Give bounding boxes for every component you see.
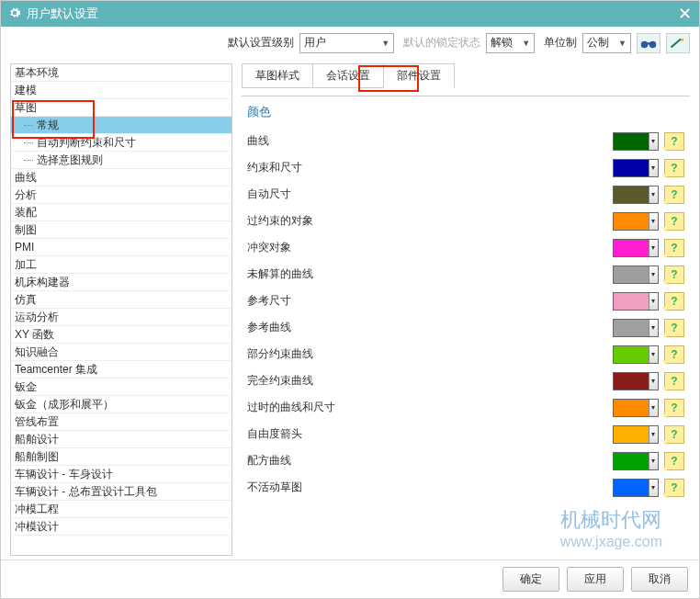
sidebar-item[interactable]: PMI [11,239,231,256]
wand-icon[interactable] [666,33,690,53]
color-label: 配方曲线 [247,453,613,469]
help-button[interactable]: ? [664,399,684,417]
sidebar-item[interactable]: 建模 [11,82,231,99]
chevron-down-icon: ▾ [649,453,658,469]
sidebar-item[interactable]: 钣金（成形和展平） [11,396,231,413]
help-button[interactable]: ? [664,132,684,151]
color-label: 自动尺寸 [247,186,613,202]
help-button[interactable]: ? [664,212,684,231]
sidebar-item[interactable]: 选择意图规则 [11,152,231,169]
color-picker[interactable]: ▾ [613,186,659,204]
help-button[interactable]: ? [664,479,684,497]
help-button[interactable]: ? [664,239,684,257]
apply-button[interactable]: 应用 [567,567,624,592]
color-label: 未解算的曲线 [247,266,613,282]
color-label: 部分约束曲线 [247,346,613,362]
color-picker[interactable]: ▾ [613,266,659,284]
color-picker[interactable]: ▾ [613,319,659,337]
sidebar-item[interactable]: 制图 [11,221,231,239]
color-row: 参考曲线▾? [247,314,684,341]
sidebar-item[interactable]: 管线布置 [11,413,231,431]
sidebar-item[interactable]: 分析 [11,186,231,204]
color-label: 不活动草图 [247,480,613,495]
sidebar-item[interactable]: 基本环境 [11,64,231,82]
sidebar-item[interactable]: 加工 [11,256,231,274]
level-dropdown[interactable]: 用户 ▼ [299,33,394,53]
color-picker[interactable]: ▾ [613,292,659,311]
help-button[interactable]: ? [664,292,684,311]
chevron-down-icon: ▾ [649,320,658,336]
cancel-button[interactable]: 取消 [631,567,688,592]
toolbar: 默认设置级别 用户 ▼ 默认的锁定状态 解锁 ▼ 单位制 公制 ▼ [1,27,699,60]
sidebar-item[interactable]: 钣金 [11,379,231,396]
ok-button[interactable]: 确定 [502,567,559,592]
color-label: 参考曲线 [247,320,613,335]
color-picker[interactable]: ▾ [613,239,659,257]
settings-area: 颜色 曲线▾?约束和尺寸▾?自动尺寸▾?过约束的对象▾?冲突对象▾?未解算的曲线… [242,96,690,556]
tab[interactable]: 草图样式 [242,63,313,88]
chevron-down-icon: ▾ [649,400,658,416]
gear-icon [8,6,21,22]
color-picker[interactable]: ▾ [613,132,659,151]
help-button[interactable]: ? [664,345,684,364]
sidebar-item[interactable]: 草图 [11,99,231,117]
help-button[interactable]: ? [664,186,684,204]
sidebar-item[interactable]: 知识融合 [11,344,231,361]
sidebar-item[interactable]: 冲模工程 [11,501,231,518]
tab[interactable]: 会话设置 [312,63,384,88]
help-button[interactable]: ? [664,425,684,444]
sidebar-item[interactable]: Teamcenter 集成 [11,361,231,379]
color-row: 未解算的曲线▾? [247,261,684,288]
color-picker[interactable]: ▾ [613,452,659,470]
footer: 确定 应用 取消 [1,559,699,598]
sidebar-item[interactable]: 自动判断约束和尺寸 [11,134,231,152]
chevron-down-icon: ▾ [649,186,658,203]
help-button[interactable]: ? [664,159,684,177]
color-picker[interactable]: ▾ [613,399,659,417]
chevron-down-icon: ▾ [649,240,658,256]
sidebar-item[interactable]: 车辆设计 - 总布置设计工具包 [11,483,231,501]
sidebar-item[interactable]: 曲线 [11,169,231,186]
help-button[interactable]: ? [664,266,684,284]
color-label: 参考尺寸 [247,293,613,309]
sidebar-item[interactable]: 装配 [11,204,231,221]
close-icon[interactable]: ✕ [678,4,692,24]
color-row: 完全约束曲线▾? [247,367,684,394]
help-button[interactable]: ? [664,372,684,390]
sidebar-item[interactable]: 船舶制图 [11,448,231,466]
titlebar: 用户默认设置 ✕ [1,1,699,27]
chevron-down-icon: ▾ [649,293,658,310]
chevron-down-icon: ▼ [522,39,530,48]
tab[interactable]: 部件设置 [383,63,455,88]
sidebar-item[interactable]: 运动分析 [11,309,231,326]
help-button[interactable]: ? [664,319,684,337]
sidebar-item[interactable]: 车辆设计 - 车身设计 [11,466,231,483]
sidebar-item[interactable]: 冲模设计 [11,518,231,536]
chevron-down-icon: ▼ [618,39,627,48]
color-picker[interactable]: ▾ [613,159,659,177]
color-picker[interactable]: ▾ [613,372,659,390]
color-picker[interactable]: ▾ [613,212,659,231]
sidebar-item[interactable]: XY 函数 [11,326,231,344]
binoculars-icon[interactable] [637,33,660,53]
section-title: 颜色 [247,104,684,120]
help-button[interactable]: ? [664,452,684,470]
content-panel: 草图样式会话设置部件设置 颜色 曲线▾?约束和尺寸▾?自动尺寸▾?过约束的对象▾… [242,63,690,556]
sidebar-item[interactable]: 常规 [11,117,231,134]
color-label: 完全约束曲线 [247,373,613,389]
color-picker[interactable]: ▾ [613,345,659,364]
unit-dropdown[interactable]: 公制 ▼ [582,33,631,53]
category-list[interactable]: 基本环境建模草图常规自动判断约束和尺寸选择意图规则曲线分析装配制图PMI加工机床… [11,64,231,555]
color-picker[interactable]: ▾ [613,479,659,497]
sidebar-item[interactable]: 船舶设计 [11,431,231,448]
chevron-down-icon: ▾ [649,213,658,230]
color-row: 过约束的对象▾? [247,208,684,234]
sidebar-item[interactable]: 仿真 [11,291,231,309]
color-picker[interactable]: ▾ [613,425,659,444]
lock-dropdown[interactable]: 解锁 ▼ [486,33,535,53]
sidebar-item[interactable]: 机床构建器 [11,274,231,291]
color-row: 参考尺寸▾? [247,288,684,314]
dialog-window: 用户默认设置 ✕ 默认设置级别 用户 ▼ 默认的锁定状态 解锁 ▼ 单位制 公制… [0,0,700,599]
level-label: 默认设置级别 [228,35,294,51]
color-row: 自由度箭头▾? [247,421,684,447]
